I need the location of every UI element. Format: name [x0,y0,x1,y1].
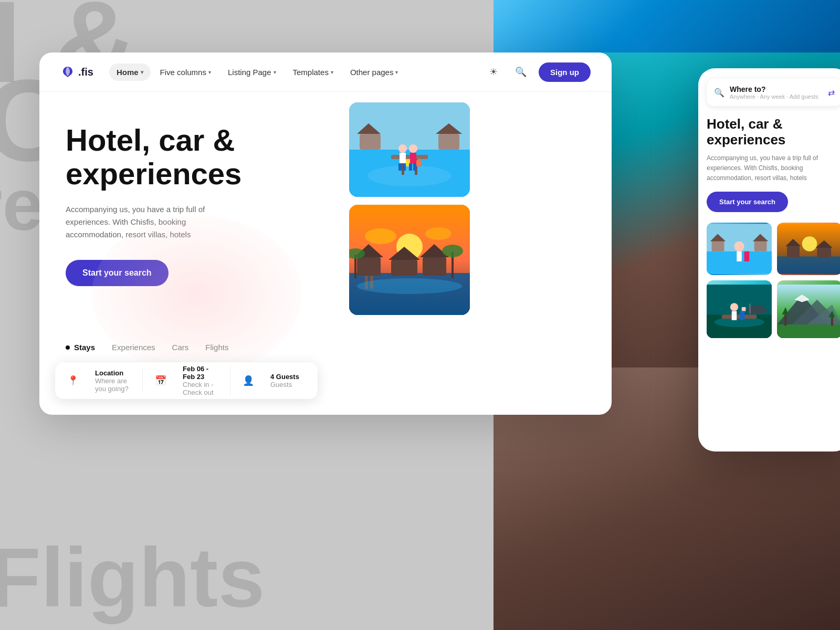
chevron-down-icon: ▾ [208,69,211,75]
svg-rect-9 [403,163,406,171]
hero-search-button[interactable]: Start your search [66,260,169,286]
svg-rect-45 [754,242,767,251]
svg-rect-29 [391,260,417,276]
mobile-search-bar[interactable]: 🔍 Where to? Anywhere · Any week · Add gu… [707,79,840,106]
svg-rect-63 [749,304,751,314]
hero-image-bottom [349,205,470,315]
svg-point-6 [398,144,407,153]
svg-rect-15 [416,160,421,166]
bg-image-top-right [494,0,840,52]
mobile-search-button[interactable]: Start your search [707,192,788,212]
svg-point-40 [734,242,744,251]
location-label: Location [95,369,130,377]
svg-point-11 [409,144,417,153]
svg-point-23 [425,227,452,240]
logo: .fis [60,65,93,79]
hero-image-top-svg [349,102,470,197]
tab-cars[interactable]: Cars [172,343,189,352]
svg-point-48 [802,236,817,251]
svg-rect-7 [400,153,406,163]
tab-experiences[interactable]: Experiences [112,343,155,352]
svg-rect-60 [742,307,746,311]
main-card: .fis Home ▾ Five columns ▾ Listing Page … [39,52,612,415]
mobile-hero-title: Hotel, car & experiences [698,106,840,153]
nav-item-other-pages[interactable]: Other pages ▾ [343,64,406,81]
svg-rect-52 [817,248,831,257]
mobile-search-main: Where to? [730,85,823,93]
chevron-down-icon: ▾ [141,69,143,75]
nav-items: Home ▾ Five columns ▾ Listing Page ▾ Tem… [109,64,484,81]
guests-icon: 👤 [239,371,258,390]
search-button[interactable]: 🔍 [511,62,530,81]
tab-dot [66,345,70,350]
svg-point-35 [442,245,463,257]
chevron-down-icon: ▾ [395,69,398,75]
hero-description: Accompanying us, you have a trip full of… [66,203,244,241]
mobile-card: 🔍 Where to? Anywhere · Any week · Add gu… [698,68,840,452]
mobile-search-icon: 🔍 [714,88,724,98]
date-label: Feb 06 - Feb 23 [183,365,217,381]
tabs-section: Stays Experiences Cars Flights [66,343,228,352]
mobile-image-2 [777,223,840,275]
date-value: Check in - Check out [183,381,217,396]
nav-right: ☀ 🔍 Sign up [484,62,591,82]
logo-icon [60,65,75,79]
bg-text-4: Flights [0,536,265,620]
svg-rect-12 [410,153,416,163]
search-bar: 📍 Location Where are you going? 📅 Feb 06… [55,362,318,399]
svg-rect-57 [722,315,757,319]
nav-item-listing-page[interactable]: Listing Page ▾ [220,64,284,81]
svg-rect-41 [737,251,742,261]
svg-rect-50 [787,247,800,258]
calendar-icon: 📅 [151,371,170,390]
svg-rect-42 [744,251,750,261]
svg-point-33 [357,278,462,294]
svg-rect-61 [740,311,745,320]
mobile-image-1 [707,223,772,275]
nav-item-templates[interactable]: Templates ▾ [286,64,341,81]
svg-rect-16 [360,134,381,150]
svg-rect-72 [831,317,833,326]
svg-rect-18 [438,134,459,150]
signup-button[interactable]: Sign up [539,62,591,82]
hero-image-bottom-svg [349,205,470,315]
tab-stays[interactable]: Stays [66,343,95,352]
svg-rect-70 [784,315,786,326]
mobile-filter-icon[interactable]: ⇄ [828,88,835,98]
mobile-image-3 [707,280,772,338]
chevron-down-icon: ▾ [274,69,276,75]
svg-rect-59 [732,311,737,320]
svg-rect-3 [391,155,428,159]
navbar: .fis Home ▾ Five columns ▾ Listing Page … [39,52,612,92]
mobile-search-sub: Anywhere · Any week · Add guests [730,93,823,100]
location-field[interactable]: Location Where are you going? [82,369,143,393]
svg-rect-31 [423,257,446,276]
location-icon: 📍 [64,371,82,390]
guests-value: Guests [270,381,305,388]
guests-field[interactable]: 4 Guests Guests [258,373,318,388]
hero-image-top [349,102,470,197]
chevron-down-icon: ▾ [331,69,333,75]
mobile-image-4 [777,280,840,338]
date-field[interactable]: Feb 06 - Feb 23 Check in - Check out [170,365,230,396]
mobile-hero-desc: Accompanying us, you have a trip full of… [698,153,840,192]
svg-rect-8 [398,163,402,171]
hero-left: Hotel, car & experiences Accompanying us… [39,92,333,415]
hero-title: Hotel, car & experiences [66,123,307,191]
hero-section: Hotel, car & experiences Accompanying us… [39,92,612,415]
svg-rect-69 [777,325,840,339]
svg-point-58 [730,303,738,311]
nav-item-five-columns[interactable]: Five columns ▾ [153,64,218,81]
nav-item-home[interactable]: Home ▾ [109,64,151,81]
theme-toggle-button[interactable]: ☀ [484,62,503,81]
mobile-search-text: Where to? Anywhere · Any week · Add gues… [730,85,823,100]
svg-rect-43 [712,242,724,251]
location-value: Where are you going? [95,377,130,393]
svg-rect-14 [413,163,416,171]
tab-flights[interactable]: Flights [205,343,228,352]
mobile-images-grid [698,223,840,338]
logo-text: .fis [78,66,93,78]
svg-point-22 [365,228,396,244]
svg-rect-49 [777,257,840,274]
svg-rect-25 [357,257,381,276]
